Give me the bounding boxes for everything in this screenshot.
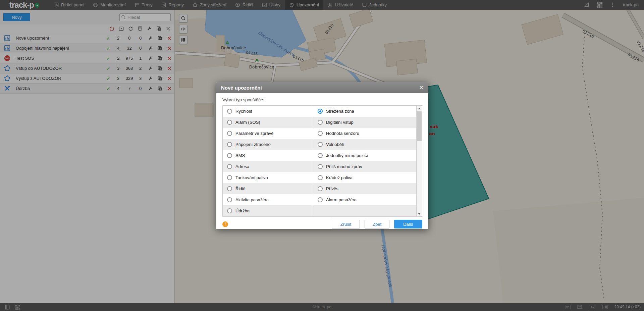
list-scrollbar[interactable] (416, 106, 422, 216)
trigger-option-fuel-filling[interactable]: Tankování paliva (223, 172, 313, 183)
trigger-option-excess-messages[interactable]: Příliš mnoho zpráv (313, 161, 416, 172)
trigger-row: Tankování paliva Krádež paliva (223, 172, 422, 183)
scrollbar-thumb[interactable] (417, 111, 422, 141)
trigger-option-speed[interactable]: Rychlost (223, 106, 313, 117)
trigger-option-sensor-value[interactable]: Hodnota senzoru (313, 128, 416, 139)
application-window: track-p Řídící panel Monitorování Trasy … (0, 0, 644, 311)
trigger-row: Rychlost Střežená zóna (223, 106, 422, 117)
trigger-option-maintenance[interactable]: Údržba (223, 205, 313, 216)
trigger-option-fuel-theft[interactable]: Krádež paliva (313, 172, 416, 183)
radio-button-selected[interactable] (318, 109, 323, 114)
trigger-option-trailer[interactable]: Přívěs (313, 183, 416, 194)
trigger-row: Připojení ztraceno Volnoběh (223, 139, 422, 150)
trigger-option-address[interactable]: Adresa (223, 161, 313, 172)
trigger-option-alarm-sos[interactable]: Alarm (SOS) (223, 117, 313, 128)
new-notification-dialog: Nové upozornění ✕ Vybrat typ spouštěče: … (216, 82, 428, 229)
back-button[interactable]: Zpět (365, 220, 389, 228)
radio-button[interactable] (227, 109, 232, 114)
radio-button[interactable] (318, 186, 323, 191)
radio-button[interactable] (227, 208, 232, 213)
trigger-option-msg-parameter[interactable]: Parametr ve zprávě (223, 128, 313, 139)
radio-button[interactable] (227, 186, 232, 191)
radio-button[interactable] (318, 131, 323, 136)
scroll-up-icon[interactable] (417, 106, 422, 111)
radio-button[interactable] (227, 131, 232, 136)
trigger-option-sms[interactable]: SMS (223, 150, 313, 161)
trigger-row: SMS Jednotky mimo pozici (223, 150, 422, 161)
cancel-button[interactable]: Zrušit (332, 220, 360, 228)
trigger-row: Aktivita pasažéra Alarm pasažéra (223, 194, 422, 205)
radio-button[interactable] (227, 120, 232, 125)
warning-icon: ! (222, 221, 228, 227)
dialog-title-bar: Nové upozornění ✕ (216, 82, 428, 93)
radio-button[interactable] (318, 197, 323, 202)
close-icon[interactable]: ✕ (419, 85, 424, 91)
trigger-option-digital-input[interactable]: Digitální vstup (313, 117, 416, 128)
trigger-option-interposition[interactable]: Jednotky mimo pozici (313, 150, 416, 161)
radio-button[interactable] (318, 120, 323, 125)
radio-button[interactable] (318, 164, 323, 169)
empty-cell (313, 205, 416, 216)
radio-button[interactable] (227, 142, 232, 147)
radio-button[interactable] (227, 175, 232, 180)
radio-button[interactable] (318, 153, 323, 158)
radio-button[interactable] (227, 164, 232, 169)
trigger-type-list: Rychlost Střežená zóna Alarm (SOS) Digit… (222, 105, 422, 217)
radio-button[interactable] (227, 197, 232, 202)
next-button[interactable]: Další (394, 220, 422, 228)
trigger-row: Řidič Přívěs (223, 183, 422, 194)
trigger-option-geofence[interactable]: Střežená zóna (313, 106, 416, 117)
dialog-subtitle: Vybrat typ spouštěče: (222, 97, 422, 102)
trigger-option-idling[interactable]: Volnoběh (313, 139, 416, 150)
trigger-option-connection-lost[interactable]: Připojení ztraceno (223, 139, 313, 150)
dialog-title: Nové upozornění (221, 85, 262, 91)
trigger-row: Alarm (SOS) Digitální vstup (223, 117, 422, 128)
trigger-row: Údržba (223, 205, 422, 216)
trigger-row: Parametr ve zprávě Hodnota senzoru (223, 128, 422, 139)
radio-button[interactable] (227, 153, 232, 158)
trigger-option-passenger-activity[interactable]: Aktivita pasažéra (223, 194, 313, 205)
radio-button[interactable] (318, 142, 323, 147)
radio-button[interactable] (318, 175, 323, 180)
trigger-option-driver[interactable]: Řidič (223, 183, 313, 194)
scroll-down-icon[interactable] (417, 211, 422, 216)
trigger-option-passenger-alarm[interactable]: Alarm pasažéra (313, 194, 416, 205)
dialog-footer: ! Zrušit Zpět Další (216, 217, 428, 228)
trigger-row: Adresa Příliš mnoho zpráv (223, 161, 422, 172)
